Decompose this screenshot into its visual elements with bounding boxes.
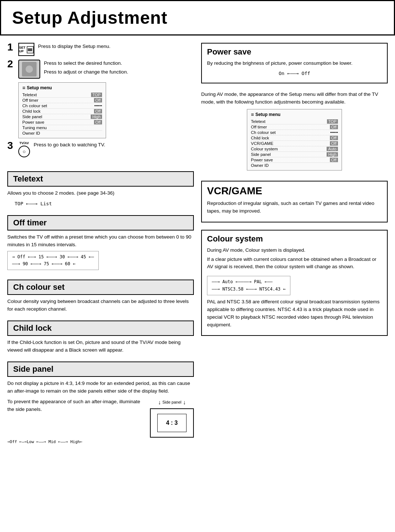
av-mode-note: During AV mode, the appearance of the Se… (201, 91, 388, 173)
tvav-button-icon: ○ (18, 146, 30, 157)
off-timer-header: Off timer (7, 215, 194, 231)
setup-menu-title-text: Setup menu (27, 85, 52, 90)
setup-menu-title: ≡ Setup menu (22, 85, 102, 91)
side-panel-diagram: →Off ←—→Low ←——→ Mid ←——→ High← (7, 439, 194, 445)
off-timer-section: Off timer Switches the TV off within a p… (7, 211, 194, 275)
av-menu-item-power-save: Power save Off (251, 157, 338, 163)
ch-colour-set-text: Colour density varying between broadcast… (7, 298, 194, 313)
power-save-diagram-text: On ←——→ Off (279, 71, 310, 76)
panel-down-arrow-right: ↓ (183, 398, 186, 407)
side-panel-img: 4 : 3 (150, 408, 194, 438)
av-menu-item-off-timer: Off timer Off (251, 124, 338, 130)
colour-diagram-line1: ——→ Auto ←————→ PAL ←—— (212, 278, 286, 285)
setup-menu-av-title: ≡ Setup menu (251, 112, 338, 117)
steps-section: 1 SET UP Press to display the Setup menu… (7, 43, 194, 161)
child-lock-body: If the Child-Lock function is set On, pi… (7, 339, 194, 354)
circle-icon: ○ (23, 149, 26, 154)
ch-colour-set-header: Ch colour set (7, 280, 194, 295)
colour-system-title: Colour system (207, 234, 382, 244)
ch-colour-set-body: Colour density varying between broadcast… (7, 298, 194, 313)
step-1-number: 1 (7, 41, 18, 53)
right-column: Power save By reducing the brighness of … (201, 43, 388, 448)
menu-item-owner-id: Owner ID (22, 131, 102, 136)
av-menu-item-child-lock: Child lock Off (251, 135, 338, 141)
remote-icon (18, 60, 40, 79)
side-panel-text-col: To prevent the appearance of such an aft… (7, 398, 144, 413)
ch-colour-set-title: Ch colour set (13, 282, 188, 292)
teletext-diagram: TOP ←——→ List (15, 200, 194, 208)
colour-system-diagram: ——→ Auto ←————→ PAL ←—— ——→ NTSC3.58 ←——… (207, 276, 290, 295)
step-2-text-1: Press to select the desired function. (44, 60, 128, 67)
page-title: Setup Adjustment (12, 8, 383, 28)
setup-menu-left: ≡ Setup menu Teletext TOP Off timer Off … (18, 82, 106, 138)
panel-ratio-display: 4 : 3 (157, 414, 187, 432)
setup-menu-av: ≡ Setup menu Teletext TOP Off timer Off … (247, 109, 342, 171)
step-2-content: Press to select the desired function. Pr… (18, 60, 128, 79)
panel-down-arrow-left: ↓ (158, 398, 161, 407)
colour-system-body2: If a clear picture with current colours … (207, 256, 382, 271)
step-3-icon-area: TV/AV ○ (18, 141, 30, 157)
step-2-texts: Press to select the desired function. Pr… (44, 60, 128, 76)
off-timer-line1: → Off ←—→ 15 ←——→ 30 ←——→ 45 ←— (12, 254, 94, 261)
setup-icon-inner (28, 48, 32, 51)
step-2-row: 2 Press to select the desired function. … (7, 60, 194, 79)
setup-icon-box (27, 46, 34, 53)
colour-system-section: Colour system During AV mode, Colour sys… (201, 230, 388, 336)
menu-item-off-timer: Off timer Off (22, 98, 102, 103)
menu-icon: ≡ (22, 85, 25, 91)
ch-colour-set-section: Ch colour set Colour density varying bet… (7, 275, 194, 316)
av-mode-text: During AV mode, the appearance of the Se… (201, 91, 388, 106)
child-lock-section: Child lock If the Child-Lock function is… (7, 316, 194, 357)
vcr-game-title: VCR/GAME (207, 185, 382, 197)
remote-body (22, 62, 37, 76)
panel-label-row: ↓ Side panel ↓ (158, 398, 186, 407)
av-menu-item-vcr: VCR/GAME Off (251, 141, 338, 146)
side-panel-body: Do not display a picture in 4:3, 14:9 mo… (7, 380, 194, 445)
side-panel-text2: To prevent the appearance of such an aft… (7, 398, 144, 413)
step-1-content: SET UP Press to display the Setup menu. (18, 43, 110, 56)
av-menu-item-colour-system: Colour system Auto (251, 146, 338, 152)
menu-item-tuning: Tuning menu (22, 125, 102, 131)
side-panel-flex: To prevent the appearance of such an aft… (7, 398, 194, 438)
power-save-title: Power save (207, 47, 382, 57)
side-panel-title: Side panel (13, 364, 188, 374)
off-timer-line2: ——→ 90 ←——→ 75 ←——→ 60 ← (12, 261, 94, 267)
vcr-game-body: Reproduction of irregular signals, such … (207, 200, 382, 215)
off-timer-diagram: → Off ←—→ 15 ←——→ 30 ←——→ 45 ←— ——→ 90 ←… (7, 251, 99, 270)
remote-dial (26, 65, 33, 73)
setup-icon-label: SET UP (19, 46, 27, 53)
child-lock-title: Child lock (13, 323, 188, 333)
child-lock-header: Child lock (7, 321, 194, 336)
menu-item-power-save: Power save Off (22, 120, 102, 125)
teletext-text: Allows you to choose 2 modes. (see page … (7, 190, 194, 197)
menu-item-side-panel: Side panel High (22, 114, 102, 120)
step-3-text: Press to go back to watching TV. (34, 141, 105, 149)
page-title-container: Setup Adjustment (0, 0, 395, 35)
side-panel-diagram-col: ↓ Side panel ↓ 4 : 3 (150, 398, 194, 438)
step-1-text: Press to display the Setup menu. (38, 43, 110, 50)
step-3-row: 3 TV/AV ○ Press to go back to watching T… (7, 141, 194, 157)
step-2-number: 2 (7, 58, 18, 70)
step-2-text-2: Press to adjust or change the function. (44, 68, 128, 76)
panel-ratio-text: 4 : 3 (166, 419, 178, 428)
panel-label: Side panel (162, 399, 181, 405)
side-panel-text1: Do not display a picture in 4:3, 14:9 mo… (7, 380, 194, 395)
av-menu-item-side-panel: Side panel High (251, 152, 338, 157)
off-timer-text: Switches the TV off within a preset time… (7, 233, 194, 249)
menu-item-ch-colour: Ch colour set ▪▪▪▪▪▪ (22, 103, 102, 109)
off-timer-body: Switches the TV off within a preset time… (7, 233, 194, 272)
tvav-label: TV/AV (19, 141, 29, 145)
step-3-number: 3 (7, 140, 18, 151)
av-menu-item-teletext: Teletext TOP (251, 119, 338, 124)
av-colour-bars: ▪▪▪▪▪▪ (330, 130, 338, 135)
power-save-diagram: On ←——→ Off (207, 70, 382, 76)
teletext-header: Teletext (7, 171, 194, 187)
left-column: 1 SET UP Press to display the Setup menu… (7, 43, 194, 448)
teletext-diagram-text: TOP ←——→ List (15, 201, 52, 206)
side-panel-header: Side panel (7, 361, 194, 377)
colour-bars: ▪▪▪▪▪▪ (94, 104, 102, 108)
menu-item-teletext: Teletext TOP (22, 92, 102, 98)
teletext-body: Allows you to choose 2 modes. (see page … (7, 190, 194, 208)
teletext-title: Teletext (13, 174, 188, 184)
vcr-game-section: VCR/GAME Reproduction of irregular signa… (201, 181, 388, 222)
